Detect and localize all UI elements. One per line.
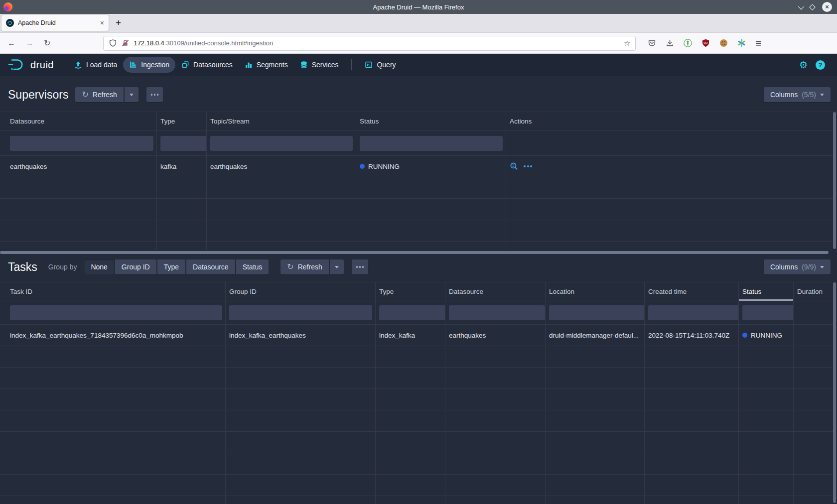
nav-item-label: Query	[377, 61, 396, 69]
tab-close-icon[interactable]: ×	[100, 19, 104, 26]
browser-tab-apache-druid[interactable]: Apache Druid ×	[1, 15, 109, 31]
column-header[interactable]: Location	[546, 282, 645, 301]
empty-cell	[356, 199, 506, 220]
columns-count: (9/9)	[802, 263, 816, 271]
nav-item-load-data[interactable]: Load data	[68, 57, 123, 73]
column-header[interactable]: Group ID	[226, 282, 376, 301]
empty-cell	[226, 410, 376, 431]
empty-cell	[546, 496, 645, 504]
ingestion-icon	[129, 61, 137, 69]
empty-cell	[0, 220, 157, 241]
tasks-filter-status-input[interactable]	[742, 305, 794, 320]
column-header[interactable]: Created time	[645, 282, 739, 301]
cookie-icon[interactable]	[719, 39, 728, 47]
tasks-filter-created-time-input[interactable]	[648, 305, 739, 320]
window-close-button[interactable]: ×	[822, 2, 832, 12]
url-bar[interactable]: 172.18.0.4:30109/unified-console.html#in…	[103, 36, 636, 51]
tasks-filter-group-id-input[interactable]	[229, 305, 372, 320]
nav-item-ingestion[interactable]: Ingestion	[123, 57, 175, 73]
nav-item-label: Load data	[86, 61, 117, 69]
column-header[interactable]: Actions	[506, 112, 833, 130]
empty-row	[0, 220, 833, 242]
download-icon[interactable]	[666, 39, 674, 47]
insecure-lock-icon[interactable]	[121, 39, 130, 47]
druid-brand[interactable]: druid	[7, 57, 54, 72]
supervisors-columns-button[interactable]: Columns (5/5)	[764, 87, 831, 102]
forward-icon[interactable]: →	[26, 39, 34, 47]
empty-cell	[356, 220, 506, 241]
tasks-filter-datasource-input[interactable]	[449, 305, 545, 320]
empty-cell	[445, 346, 546, 367]
supervisors-more-button[interactable]	[146, 87, 163, 102]
tasks-filter-task-id-input[interactable]	[10, 305, 222, 320]
empty-cell	[157, 220, 207, 241]
supervisors-refresh-caret-button[interactable]	[125, 87, 139, 102]
column-header[interactable]: Type	[157, 112, 207, 130]
nav-item-segments[interactable]: Segments	[239, 57, 294, 73]
supervisors-filter-datasource-input[interactable]	[10, 136, 153, 151]
tasks-vertical-scrollbar[interactable]	[833, 282, 836, 503]
tasks-filter-location-input[interactable]	[549, 305, 645, 320]
tasks-table: Task ID Group ID Type Datasource Locatio…	[0, 282, 837, 504]
column-header[interactable]: Status	[356, 112, 506, 130]
column-header[interactable]: Type	[376, 282, 445, 301]
empty-cell	[794, 496, 833, 504]
nav-item-query[interactable]: Query	[359, 57, 402, 73]
pocket-icon[interactable]	[648, 39, 656, 47]
tasks-refresh-caret-button[interactable]	[330, 259, 344, 274]
column-header[interactable]: Task ID	[0, 282, 226, 301]
url-text[interactable]: 172.18.0.4:30109/unified-console.html#in…	[134, 39, 620, 47]
group-by-none-button[interactable]: None	[84, 259, 114, 274]
magnifier-detail-icon[interactable]	[510, 162, 519, 171]
supervisors-horizontal-scrollbar[interactable]	[0, 251, 829, 254]
extension-green-icon[interactable]	[684, 39, 692, 47]
column-header[interactable]: Topic/Stream	[207, 112, 356, 130]
window-minimize-icon[interactable]	[798, 3, 805, 9]
tasks-more-button[interactable]	[352, 259, 369, 274]
shield-icon[interactable]	[109, 39, 117, 47]
column-header[interactable]: Datasource	[445, 282, 546, 301]
reload-icon[interactable]: ↻	[44, 39, 50, 47]
nav-item-datasources[interactable]: Datasources	[175, 57, 239, 73]
group-by-status-button[interactable]: Status	[236, 259, 269, 274]
window-maximize-icon[interactable]	[809, 4, 816, 10]
tasks-refresh-button[interactable]: ↻ Refresh	[280, 259, 328, 274]
hamburger-menu-icon[interactable]: ≡	[755, 38, 761, 48]
empty-row	[0, 453, 833, 475]
supervisors-filter-type-input[interactable]	[160, 136, 207, 151]
help-icon[interactable]: ?	[816, 60, 825, 70]
supervisors-filter-status-input[interactable]	[360, 136, 503, 151]
bookmark-star-icon[interactable]: ☆	[624, 39, 630, 48]
column-header[interactable]: Datasource	[0, 112, 157, 130]
segments-icon	[245, 61, 253, 69]
back-icon[interactable]: ←	[7, 39, 15, 47]
group-by-label: Group by	[48, 263, 77, 271]
group-by-type-button[interactable]: Type	[157, 259, 185, 274]
empty-cell	[376, 453, 445, 474]
tasks-filter-type-input[interactable]	[379, 305, 445, 320]
row-more-actions-icon[interactable]	[524, 165, 532, 167]
task-row[interactable]: index_kafka_earthquakes_7184357396d6c0a_…	[0, 325, 833, 346]
column-header[interactable]: Duration	[794, 282, 833, 301]
extension-asterisk-icon[interactable]	[737, 39, 746, 47]
extension-ublock-icon[interactable]: uO	[701, 39, 710, 47]
columns-label: Columns	[770, 263, 798, 271]
group-by-group-id-button[interactable]: Group ID	[115, 259, 156, 274]
supervisors-refresh-button[interactable]: ↻ Refresh	[75, 87, 123, 102]
tasks-view: Tasks Group by None Group ID Type Dataso…	[0, 256, 837, 504]
empty-row	[0, 346, 833, 368]
svg-text:uO: uO	[704, 41, 708, 44]
settings-gear-icon[interactable]: ⚙	[799, 60, 808, 70]
column-header-status-sorted[interactable]: Status	[739, 282, 794, 301]
nav-item-services[interactable]: Services	[294, 57, 345, 73]
group-by-datasource-button[interactable]: Datasource	[186, 259, 235, 274]
more-icon	[151, 94, 159, 96]
tasks-columns-button[interactable]: Columns (9/9)	[764, 259, 831, 274]
empty-row	[0, 496, 833, 504]
supervisor-row[interactable]: earthquakes kafka earthquakes RUNNING	[0, 156, 833, 177]
supervisors-filter-topic-input[interactable]	[210, 136, 353, 151]
empty-cell	[207, 220, 356, 241]
empty-cell	[226, 475, 376, 496]
new-tab-button[interactable]: +	[116, 17, 121, 28]
supervisors-vertical-scrollbar[interactable]	[833, 112, 836, 249]
